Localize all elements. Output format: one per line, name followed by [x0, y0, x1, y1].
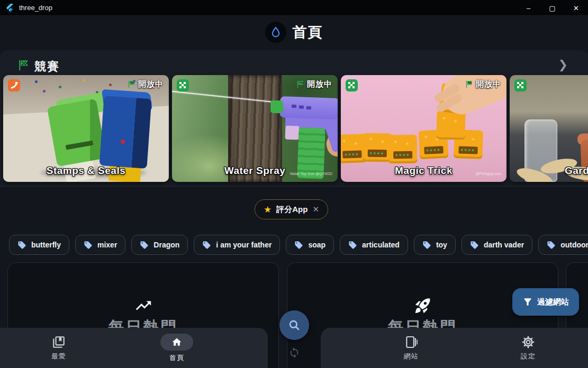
photo-shape [121, 140, 125, 144]
window-controls: – ▢ ✕ [517, 0, 588, 16]
tag-chip[interactable]: i am your father [194, 235, 280, 255]
collections-bookmark-icon [52, 335, 66, 349]
tag-icon [470, 241, 479, 250]
page-header: 首頁 [0, 17, 588, 47]
tag-icon [84, 241, 93, 250]
tag-chip[interactable]: butterfly [9, 235, 69, 255]
competition-card-garden[interactable]: Garden [510, 75, 588, 182]
chevron-right-icon[interactable]: ❯ [558, 58, 568, 72]
filter-websites-label: 過濾網站 [537, 297, 569, 307]
sync-icon[interactable] [288, 347, 300, 361]
nav-item-favorites[interactable]: 最愛 [32, 328, 85, 368]
tag-label: Dragon [153, 241, 179, 249]
tag-label: articulated [362, 241, 400, 249]
tag-label: outdoor [560, 241, 588, 249]
section-title: 競賽 [34, 59, 60, 75]
tag-chip[interactable]: outdoor [538, 235, 588, 255]
tag-icon [17, 241, 26, 250]
search-icon [287, 318, 301, 332]
title-bar: three_drop – ▢ ✕ [0, 0, 588, 16]
status-text: 開放中 [476, 79, 501, 89]
water-drop-icon [269, 26, 282, 39]
maximize-button[interactable]: ▢ [540, 0, 564, 16]
competition-header[interactable]: 競賽 ❯ [0, 54, 588, 77]
competition-card-stamps[interactable]: 開放中 Stamps & Seals [3, 75, 169, 182]
photo-shape [99, 96, 152, 169]
tag-label: i am your father [216, 241, 272, 249]
close-icon[interactable]: ✕ [312, 205, 319, 214]
tag-chip[interactable]: darth vader [462, 235, 532, 255]
photo-watermark: @Printyjoy.com [475, 172, 501, 176]
competition-card-magic-trick[interactable]: ✦✦ ✦✦ ✦✦ ✦✦ ✦✦ ✦✦ ✦✦ [341, 75, 506, 182]
nav-label: 最愛 [51, 352, 66, 361]
photo-shape [292, 105, 296, 108]
window-title: three_drop [19, 4, 52, 12]
source-badge-icon [514, 79, 527, 91]
tag-label: mixer [97, 241, 117, 249]
tag-chip-row: butterfly mixer Dragon i am your father … [9, 235, 588, 255]
rate-app-pill[interactable]: ★ 評分App ✕ [255, 199, 328, 219]
photo-watermark: Water Toy Gun @QYM3D [290, 172, 332, 176]
tag-chip[interactable]: soap [286, 235, 334, 255]
photo-shape: ✦✦ [388, 135, 418, 164]
competition-card-water-spray[interactable]: 開放中 Water Spray Water Toy Gun @QYM3D [172, 75, 338, 182]
search-fab[interactable] [279, 310, 309, 340]
photo-shape: ✦✦ [437, 111, 466, 140]
status-badge: 開放中 [296, 79, 332, 89]
photo-shape [47, 99, 106, 167]
tag-icon [294, 241, 303, 250]
minimize-button[interactable]: – [517, 0, 540, 16]
home-icon [171, 337, 182, 347]
app-window: three_drop – ▢ ✕ 首頁 競賽 ❯ [0, 0, 588, 368]
tag-chip[interactable]: mixer [75, 235, 125, 255]
tag-icon [547, 241, 556, 250]
funnel-icon [522, 297, 533, 307]
competition-carousel[interactable]: 開放中 Stamps & Seals [0, 75, 588, 187]
source-badge-icon [8, 79, 20, 91]
tag-icon [348, 241, 357, 250]
race-flag-icon [465, 80, 474, 89]
active-nav-pill [160, 334, 193, 351]
status-badge: 開放中 [465, 79, 501, 89]
filter-websites-button[interactable]: 過濾網站 [512, 288, 579, 316]
nav-label: 網站 [404, 352, 419, 361]
tag-chip[interactable]: toy [414, 235, 456, 255]
race-flag-icon [17, 59, 30, 72]
tag-label: butterfly [31, 241, 61, 249]
tag-chip[interactable]: Dragon [131, 235, 188, 255]
status-text: 開放中 [138, 79, 164, 89]
nav-item-home[interactable]: 首頁 [150, 328, 203, 368]
close-button[interactable]: ✕ [564, 0, 588, 16]
tag-label: soap [308, 241, 325, 249]
tag-icon [202, 241, 211, 250]
tag-chip[interactable]: articulated [340, 235, 408, 255]
tag-icon [140, 241, 149, 250]
photo-shape [285, 126, 300, 140]
nav-label: 設定 [521, 352, 536, 361]
card-title: Garden [565, 165, 588, 177]
race-flag-icon [127, 80, 136, 89]
card-title: Stamps & Seals [3, 165, 169, 177]
tag-icon [422, 241, 431, 250]
star-icon: ★ [264, 204, 272, 215]
flutter-logo-icon [6, 4, 14, 12]
app-logo [265, 22, 286, 43]
photo-shape: ✦✦ [363, 133, 392, 162]
tag-label: toy [436, 241, 447, 249]
status-badge: 開放中 [127, 79, 164, 89]
tag-label: darth vader [484, 241, 524, 249]
trending-up-icon [8, 297, 278, 315]
nav-item-websites[interactable]: 網站 [385, 328, 438, 368]
rate-app-label: 評分App [276, 205, 307, 215]
web-stories-icon [404, 335, 418, 349]
page-title: 首頁 [293, 23, 323, 42]
nav-item-settings[interactable]: 設定 [502, 328, 555, 368]
photo-shape [270, 100, 283, 113]
gear-icon [521, 335, 535, 349]
source-badge-icon [346, 79, 358, 91]
competition-section: 競賽 ❯ [0, 50, 588, 187]
photo-shape [279, 96, 338, 119]
status-text: 開放中 [307, 79, 332, 89]
source-badge-icon [177, 79, 189, 91]
race-flag-icon [296, 80, 305, 89]
